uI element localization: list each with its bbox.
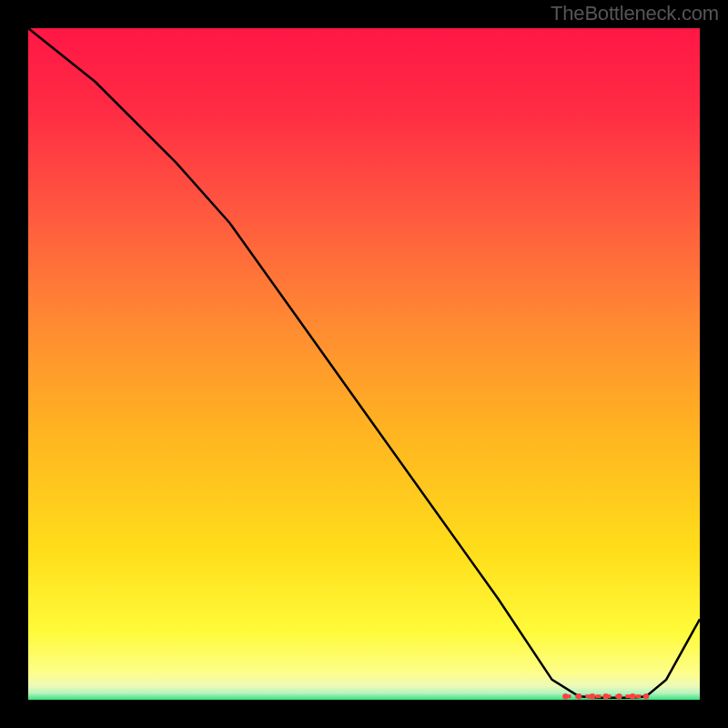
optimal-marker [616, 693, 622, 699]
optimal-marker [590, 693, 595, 699]
optimal-marker [643, 693, 649, 699]
optimal-marker [562, 693, 568, 699]
optimal-marker [576, 693, 581, 699]
optimal-marker [630, 693, 635, 699]
chart-overlay [28, 28, 700, 700]
chart-frame: TheBottleneck.com [0, 0, 728, 728]
attribution-text: TheBottleneck.com [551, 2, 719, 25]
optimal-marker [602, 693, 608, 699]
chart-line [28, 28, 700, 698]
